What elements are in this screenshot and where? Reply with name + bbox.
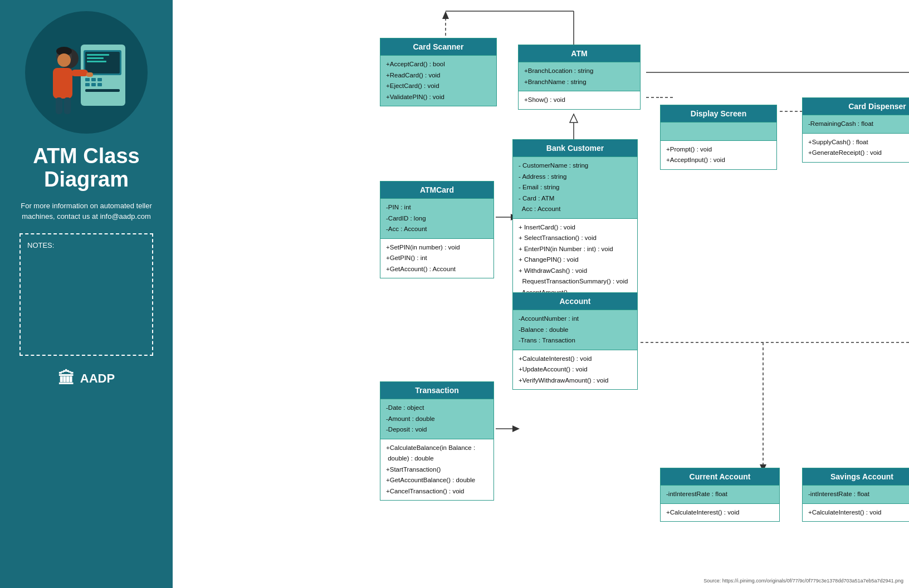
atm-attrs: +BranchLocation : string +BranchName : s… bbox=[519, 62, 640, 91]
card-scanner-header: Card Scanner bbox=[380, 38, 496, 55]
card-scanner-box: Card Scanner +AcceptCard() : bool +ReadC… bbox=[380, 38, 497, 106]
svg-rect-6 bbox=[85, 78, 90, 81]
account-methods: +CalculateInterest() : void +UpdateAccou… bbox=[513, 350, 637, 390]
source-text: Source: https://i.pinimg.com/originals/0… bbox=[703, 578, 903, 584]
svg-point-16 bbox=[57, 53, 71, 67]
account-box: Account -AccountNumber : int -Balance : … bbox=[512, 292, 638, 390]
logo-text: AADP bbox=[80, 371, 115, 386]
transaction-header: Transaction bbox=[380, 382, 493, 399]
savings-account-header: Savings Account bbox=[803, 468, 909, 485]
svg-rect-9 bbox=[85, 83, 90, 86]
card-dispenser-attrs: -RemainingCash : float bbox=[803, 115, 909, 133]
display-screen-attrs bbox=[661, 122, 776, 140]
atm-card-methods: +SetPIN(in number) : void +GetPIN() : in… bbox=[380, 238, 493, 278]
sidebar-logo: 🏛 AADP bbox=[58, 369, 115, 388]
display-screen-box: Display Screen +Prompt() : void +AcceptI… bbox=[660, 105, 777, 170]
bank-icon: 🏛 bbox=[58, 369, 75, 388]
diagram-area: Card Scanner +AcceptCard() : bool +ReadC… bbox=[173, 0, 909, 588]
sidebar-illustration bbox=[25, 11, 148, 134]
svg-marker-33 bbox=[570, 114, 578, 122]
account-header: Account bbox=[513, 293, 637, 310]
atm-box: ATM +BranchLocation : string +BranchName… bbox=[518, 45, 641, 110]
savings-account-box: Savings Account -intInterestRate : float… bbox=[802, 468, 909, 522]
bank-customer-header: Bank Customer bbox=[513, 140, 637, 156]
svg-rect-21 bbox=[64, 97, 71, 114]
svg-rect-19 bbox=[86, 72, 93, 77]
current-account-header: Current Account bbox=[661, 468, 779, 485]
svg-rect-5 bbox=[87, 61, 106, 62]
notes-label: NOTES: bbox=[27, 241, 54, 249]
current-account-methods: +CalculateInterest() : void bbox=[661, 503, 779, 522]
savings-account-methods: +CalculateInterest() : void bbox=[803, 503, 909, 522]
svg-marker-44 bbox=[512, 425, 520, 432]
svg-rect-18 bbox=[71, 70, 88, 76]
transaction-box: Transaction -Date : object -Amount : dou… bbox=[380, 381, 494, 501]
atm-card-header: ATMCard bbox=[380, 182, 493, 198]
current-account-box: Current Account -intInterestRate : float… bbox=[660, 468, 780, 522]
display-screen-methods: +Prompt() : void +AcceptInput() : void bbox=[661, 140, 776, 169]
atm-card-box: ATMCard -PIN : int -CardID : long -Acc :… bbox=[380, 181, 494, 278]
bank-customer-attrs: - CustomerName : string - Address : stri… bbox=[513, 156, 637, 218]
sidebar-title: ATM Class Diagram bbox=[33, 145, 139, 192]
atm-methods: +Show() : void bbox=[519, 91, 640, 109]
account-attrs: -AccountNumber : int -Balance : double -… bbox=[513, 310, 637, 350]
card-dispenser-box: Card Dispenser -RemainingCash : float +S… bbox=[802, 97, 909, 163]
svg-rect-17 bbox=[53, 68, 72, 99]
bank-customer-box: Bank Customer - CustomerName : string - … bbox=[512, 139, 638, 302]
sidebar: ATM Class Diagram For more information o… bbox=[0, 0, 173, 588]
svg-rect-12 bbox=[85, 89, 120, 92]
svg-rect-4 bbox=[87, 57, 104, 59]
svg-marker-23 bbox=[442, 11, 449, 19]
atm-header: ATM bbox=[519, 45, 640, 62]
display-screen-header: Display Screen bbox=[661, 105, 776, 122]
current-account-attrs: -intInterestRate : float bbox=[661, 485, 779, 503]
card-scanner-attrs: +AcceptCard() : bool +ReadCard() : void … bbox=[380, 55, 496, 106]
card-dispenser-methods: +SupplyCash() : float +GenerateReceipt()… bbox=[803, 133, 909, 162]
svg-rect-10 bbox=[91, 83, 96, 86]
atm-card-attrs: -PIN : int -CardID : long -Acc : Account bbox=[380, 198, 493, 238]
sidebar-desc: For more information on automated teller… bbox=[11, 200, 162, 222]
svg-rect-8 bbox=[97, 78, 102, 81]
transaction-methods: +CalculateBalance(in Balance : double) :… bbox=[380, 439, 493, 501]
card-dispenser-header: Card Dispenser bbox=[803, 98, 909, 115]
svg-rect-11 bbox=[97, 83, 102, 86]
svg-rect-3 bbox=[87, 54, 109, 56]
svg-rect-20 bbox=[56, 97, 62, 114]
bank-customer-methods: + InsertCard() : void + SelectTransactio… bbox=[513, 218, 637, 302]
notes-box: NOTES: bbox=[19, 233, 153, 356]
savings-account-attrs: -intInterestRate : float bbox=[803, 485, 909, 503]
svg-rect-7 bbox=[91, 78, 96, 81]
transaction-attrs: -Date : object -Amount : double -Deposit… bbox=[380, 399, 493, 439]
